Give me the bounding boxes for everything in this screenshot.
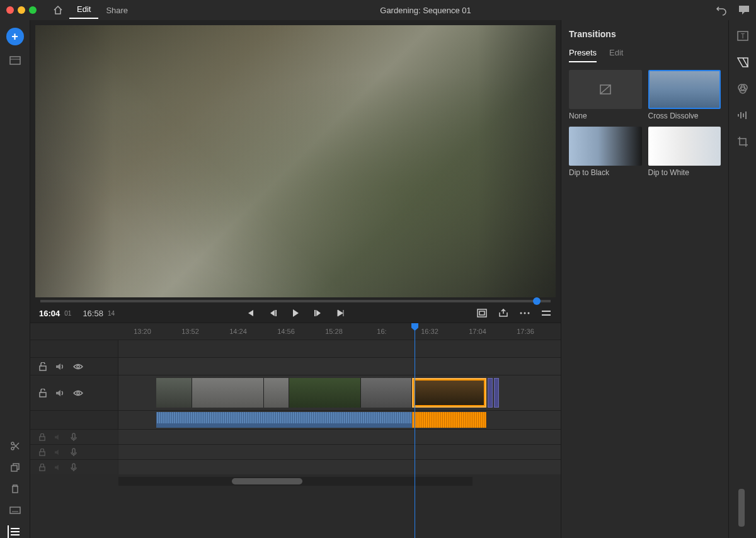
video-track-2[interactable] <box>30 357 561 375</box>
mute-icon[interactable] <box>54 434 62 440</box>
titles-icon[interactable]: T <box>736 29 750 43</box>
panel-resize-handle[interactable] <box>738 489 745 527</box>
video-clip[interactable] <box>494 378 499 408</box>
tab-edit[interactable]: Edit <box>69 2 98 19</box>
ruler-tick: 17:36 <box>501 328 549 335</box>
crop-icon[interactable] <box>736 135 750 149</box>
preview-scrubber[interactable] <box>40 300 551 302</box>
svg-rect-5 <box>10 507 20 513</box>
mic-icon[interactable] <box>71 463 77 472</box>
scissors-icon[interactable] <box>8 440 23 452</box>
ruler-tick: 16: <box>358 328 406 335</box>
export-icon[interactable] <box>498 307 509 319</box>
skip-start-icon[interactable] <box>244 307 256 319</box>
transition-none[interactable]: None <box>569 70 642 120</box>
video-track-1[interactable] <box>30 375 561 410</box>
frame-icon[interactable] <box>476 307 488 319</box>
time-ruler[interactable]: 13:20 13:52 14:24 14:56 15:28 16: 16:32 … <box>30 323 561 340</box>
window-controls <box>6 6 37 14</box>
total-time: 16:58 <box>83 309 103 318</box>
ruler-tick: 13:20 <box>118 328 166 335</box>
audio-icon[interactable] <box>736 108 750 122</box>
svg-point-16 <box>528 312 530 314</box>
eye-icon[interactable] <box>73 390 83 396</box>
transitions-icon[interactable] <box>736 55 750 69</box>
current-frames: 01 <box>64 310 71 317</box>
unlock-icon[interactable] <box>39 362 47 371</box>
chat-icon[interactable] <box>738 5 750 15</box>
tab-edit-transition[interactable]: Edit <box>609 48 623 62</box>
duplicate-icon[interactable] <box>8 461 23 474</box>
svg-rect-12 <box>478 309 486 317</box>
close-window[interactable] <box>6 6 14 14</box>
timeline-playhead[interactable] <box>415 323 415 538</box>
trash-icon[interactable] <box>8 483 23 495</box>
mute-icon[interactable] <box>55 389 64 397</box>
tab-presets[interactable]: Presets <box>569 48 597 62</box>
lock-icon[interactable] <box>39 449 45 456</box>
video-clip[interactable] <box>156 378 412 408</box>
mute-icon[interactable] <box>54 464 62 471</box>
ruler-tick: 14:56 <box>262 328 310 335</box>
audio-track-3[interactable] <box>30 444 561 459</box>
lock-icon[interactable] <box>39 464 45 471</box>
ruler-tick: 14:24 <box>214 328 262 335</box>
mic-icon[interactable] <box>71 448 77 457</box>
audio-clip[interactable] <box>156 412 412 428</box>
add-media-button[interactable]: + <box>6 28 24 45</box>
svg-rect-21 <box>72 433 75 438</box>
timeline-scrollbar[interactable] <box>118 477 472 486</box>
captions-icon[interactable] <box>8 504 23 517</box>
play-icon[interactable] <box>290 307 301 319</box>
player-controls: 16:0401 16:5814 <box>30 302 561 323</box>
svg-line-25 <box>600 85 610 94</box>
svg-point-19 <box>77 365 79 368</box>
ruler-tick: 17:04 <box>454 328 501 335</box>
video-clip-selected[interactable] <box>412 378 486 408</box>
skip-end-icon[interactable] <box>335 307 346 319</box>
transition-dip-black[interactable]: Dip to Black <box>569 127 642 177</box>
svg-point-2 <box>11 442 14 445</box>
audio-track-1[interactable] <box>30 410 561 429</box>
timeline-scrollbar-thumb[interactable] <box>232 478 302 484</box>
unlock-icon[interactable] <box>39 389 47 398</box>
minimize-window[interactable] <box>18 6 25 14</box>
color-icon[interactable] <box>736 82 750 96</box>
eye-icon[interactable] <box>73 363 83 370</box>
ruler-tick: 15:28 <box>310 328 358 335</box>
lock-icon[interactable] <box>39 433 45 441</box>
audio-track-4[interactable] <box>30 459 561 474</box>
scrub-playhead[interactable] <box>533 297 541 305</box>
svg-rect-32 <box>740 112 742 118</box>
home-icon[interactable] <box>53 5 63 15</box>
list-view-icon[interactable] <box>8 525 23 538</box>
more-icon[interactable] <box>519 307 530 319</box>
project-panel-icon[interactable] <box>8 54 23 67</box>
video-preview[interactable] <box>35 25 556 297</box>
transition-cross-dissolve[interactable]: Cross Dissolve <box>648 70 721 120</box>
tab-share[interactable]: Share <box>98 3 135 18</box>
menu-icon[interactable] <box>541 307 552 319</box>
ruler-tick: 13:52 <box>166 328 214 335</box>
transition-label: Dip to Black <box>569 168 642 177</box>
step-forward-icon[interactable] <box>312 307 324 319</box>
transition-dip-white[interactable]: Dip to White <box>648 127 721 177</box>
undo-icon[interactable] <box>716 4 727 16</box>
transition-label: Dip to White <box>648 168 721 177</box>
maximize-window[interactable] <box>29 6 37 14</box>
mic-icon[interactable] <box>71 433 77 442</box>
svg-rect-33 <box>743 113 744 117</box>
mute-icon[interactable] <box>55 363 64 370</box>
timeline-track-spacer <box>30 340 561 357</box>
total-frames: 14 <box>108 310 115 317</box>
svg-rect-22 <box>72 449 75 454</box>
mute-icon[interactable] <box>54 449 62 455</box>
audio-track-2[interactable] <box>30 429 561 444</box>
video-clip[interactable] <box>488 378 493 408</box>
svg-rect-13 <box>479 311 484 315</box>
svg-rect-0 <box>10 57 20 64</box>
panel-title: Transitions <box>569 29 721 39</box>
audio-clip-selected[interactable] <box>412 412 486 428</box>
current-time: 16:04 <box>39 309 60 318</box>
step-back-icon[interactable] <box>267 307 278 319</box>
